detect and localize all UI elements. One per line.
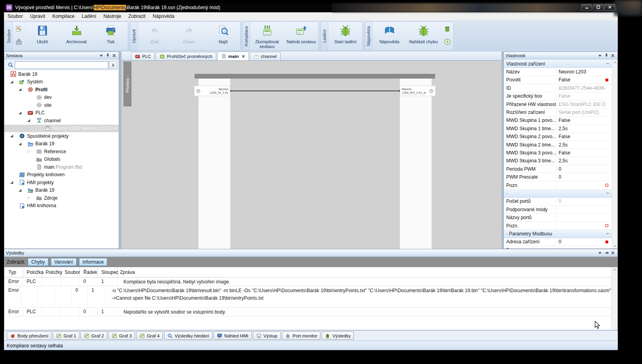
tree-item-main[interactable]: main.Program.fbd bbox=[4, 163, 119, 171]
znovu-button[interactable]: Znovu bbox=[172, 22, 206, 50]
expander-open-icon[interactable]: ◢ bbox=[10, 134, 13, 138]
property-value[interactable]: 2,5s bbox=[556, 158, 605, 164]
property-value[interactable]: 0 bbox=[556, 239, 605, 245]
bottom-tab-graf-3[interactable]: Graf 3 bbox=[108, 331, 135, 340]
results-scrollbar[interactable] bbox=[611, 267, 617, 329]
zkompilovat-sestavu-button[interactable]: Zkompilovat sestavu bbox=[250, 22, 284, 50]
minimize-button[interactable] bbox=[581, 4, 592, 10]
expander-open-icon[interactable]: ◢ bbox=[19, 188, 21, 193]
expander-closed-icon[interactable]: ▷ bbox=[27, 149, 30, 154]
property-value[interactable]: False bbox=[556, 93, 605, 99]
property-value[interactable]: 0 bbox=[556, 174, 605, 180]
property-value[interactable]: False bbox=[556, 134, 605, 139]
property-value[interactable]: 0 bbox=[556, 198, 605, 204]
menu-soubor[interactable]: Soubor bbox=[4, 12, 27, 20]
tree-item-hmi-knihovna[interactable]: HMI knihovna bbox=[4, 202, 119, 210]
tree-item-spustitelne-projekty[interactable]: ◢Spustitelné projekty bbox=[4, 132, 119, 140]
najit-button[interactable]: Najít bbox=[206, 22, 240, 50]
expander-open-icon[interactable]: ◢ bbox=[19, 111, 21, 115]
maximize-button[interactable] bbox=[593, 4, 603, 10]
tree-item-barak-19[interactable]: ◢Barák 19 bbox=[4, 187, 119, 195]
property-value[interactable]: False bbox=[556, 150, 605, 156]
bottom-tab-vysledky-hledani[interactable]: Výsledky hledání bbox=[164, 331, 212, 340]
property-value[interactable]: False bbox=[556, 77, 605, 83]
tree-item-globals[interactable]: Globals bbox=[4, 156, 119, 164]
collapse-icon[interactable]: − bbox=[606, 232, 609, 236]
tree-item-projekty-knihoven[interactable]: Projekty knihoven bbox=[4, 171, 119, 179]
napoveda-button[interactable]: Nápověda bbox=[372, 22, 407, 50]
filter-informace-button[interactable]: Informace bbox=[79, 258, 107, 266]
ulozit-button[interactable]: Uložit bbox=[25, 22, 60, 50]
property-value[interactable]: Serial port (UniPi2) bbox=[556, 110, 605, 115]
menu-ladeni[interactable]: Ladění bbox=[78, 12, 100, 20]
result-row-1[interactable]: ErrorPLC01Kompilace byla neúspěšná. Neby… bbox=[5, 277, 611, 286]
property-value[interactable]: 0 bbox=[556, 166, 605, 172]
tree-item-barak-19[interactable]: Barák 19 bbox=[4, 70, 119, 78]
property-value[interactable]: 2,5s bbox=[556, 142, 605, 148]
filter-varovani-button[interactable]: Varování bbox=[51, 258, 77, 266]
bottom-tab-graf-1[interactable]: Graf 1 bbox=[53, 331, 79, 340]
tree-item-barak-19[interactable]: ◢Barák 19 bbox=[4, 140, 119, 148]
panel-menu-button[interactable] bbox=[597, 250, 603, 256]
tab-list-button[interactable] bbox=[494, 54, 499, 59]
expander-closed-icon[interactable]: ▷ bbox=[27, 196, 30, 200]
nahrat-sestavu-button[interactable]: Nahrát sestavu bbox=[284, 22, 318, 50]
filter-chyby-button[interactable]: Chyby bbox=[28, 258, 48, 266]
menu-upravit[interactable]: Upravit bbox=[27, 12, 49, 20]
property-value[interactable]: 828d3477-254e-4836-... bbox=[556, 85, 605, 91]
expander-open-icon[interactable]: ◢ bbox=[19, 142, 21, 146]
menu-napoveda[interactable]: Nápověda bbox=[149, 12, 178, 20]
new-solution-button[interactable] bbox=[13, 24, 25, 36]
pin-button[interactable] bbox=[603, 53, 609, 59]
tab-channel[interactable]: channel bbox=[250, 52, 281, 60]
tree-item-site[interactable]: site bbox=[4, 101, 119, 109]
panel-menu-button[interactable] bbox=[597, 53, 603, 59]
tab-main[interactable]: main bbox=[217, 52, 249, 60]
fbd-block-input[interactable]: Neuron L203_DI_1.01 bbox=[194, 86, 230, 96]
title-bar[interactable]: m Vývojové prostředí Mervis | C:\Users\H… bbox=[4, 3, 618, 12]
property-section-[interactable]: ·− bbox=[504, 189, 612, 197]
bottom-tab-body-preruseni[interactable]: Body přerušení bbox=[7, 331, 52, 340]
expander-open-icon[interactable]: ◢ bbox=[27, 118, 30, 123]
tree-item-plc[interactable]: ◢PLC bbox=[4, 109, 119, 117]
clean-button[interactable] bbox=[441, 24, 453, 36]
tree-item-dev[interactable]: dev bbox=[4, 94, 119, 102]
property-value[interactable]: 2,5s bbox=[556, 126, 605, 131]
menu-kompilace[interactable]: Kompilace bbox=[49, 12, 78, 20]
open-solution-button[interactable] bbox=[13, 37, 25, 49]
result-row-2[interactable]: Error01-o "C:\Users\HP\Documents\Barák 1… bbox=[5, 286, 611, 308]
tree-item-neuron-l203-neuron-l203-1-0-v2-1[interactable]: Neuron L203 Neuron L203 1.0 v2.1 bbox=[4, 125, 119, 133]
clear-search-button[interactable]: X bbox=[109, 61, 117, 69]
tree-item-reference[interactable]: ▷Reference bbox=[4, 148, 119, 156]
tree-item-profil[interactable]: ◢Profil bbox=[4, 86, 119, 94]
property-value[interactable]: Neuron L203 bbox=[556, 69, 605, 75]
result-row-3[interactable]: ErrorPLC01Nepodařilo se vytvořit soubor … bbox=[5, 308, 611, 316]
bottom-tab-graf-4[interactable]: Graf 4 bbox=[136, 331, 163, 340]
nahlasit-chybu-button[interactable]: Nahlásit chybu bbox=[407, 22, 441, 50]
bottom-tab-vystup[interactable]: Výstup bbox=[253, 331, 281, 340]
start-ladeni-button[interactable]: Start ladění bbox=[328, 22, 362, 50]
fbd-canvas[interactable]: Přehled › Neuron L203_DI_1.01 Neuron L20… bbox=[121, 61, 501, 249]
panel-close-button[interactable] bbox=[609, 250, 616, 256]
menu-nastroje[interactable]: Nástroje bbox=[100, 12, 125, 20]
expander-open-icon[interactable]: ◢ bbox=[10, 80, 13, 84]
tree-item-channel[interactable]: ◢channel bbox=[4, 117, 119, 125]
archivovat-button[interactable]: Archivovat bbox=[60, 22, 94, 50]
panel-menu-button[interactable] bbox=[98, 53, 104, 59]
tisk-button[interactable]: Tisk bbox=[94, 22, 128, 50]
bottom-tab-nahled-hmi[interactable]: Náhled HMI bbox=[214, 331, 252, 340]
close-tab-button[interactable] bbox=[242, 55, 245, 58]
property-value[interactable]: False bbox=[556, 117, 605, 123]
bottom-tab-port-monitor[interactable]: Port monitor bbox=[282, 331, 321, 340]
connection-wire[interactable] bbox=[230, 91, 400, 91]
property-value[interactable]: ESG.SharkPLC.IDE.Defi... bbox=[556, 102, 605, 107]
expander-open-icon[interactable]: ◢ bbox=[19, 87, 21, 92]
menu-zobrazit[interactable]: Zobrazit bbox=[125, 12, 149, 20]
tab-prohlizec-promennych[interactable]: Prohlížeč proměnných bbox=[156, 52, 216, 60]
tree-item-system[interactable]: ◢Systém bbox=[4, 78, 119, 86]
about-button[interactable]: ? bbox=[441, 37, 453, 49]
pin-button[interactable] bbox=[603, 250, 609, 256]
property-section-parametry-modbusu[interactable]: · Parametry Modbusu− bbox=[504, 230, 612, 238]
panel-close-button[interactable] bbox=[111, 53, 117, 59]
pin-button[interactable] bbox=[104, 53, 111, 59]
